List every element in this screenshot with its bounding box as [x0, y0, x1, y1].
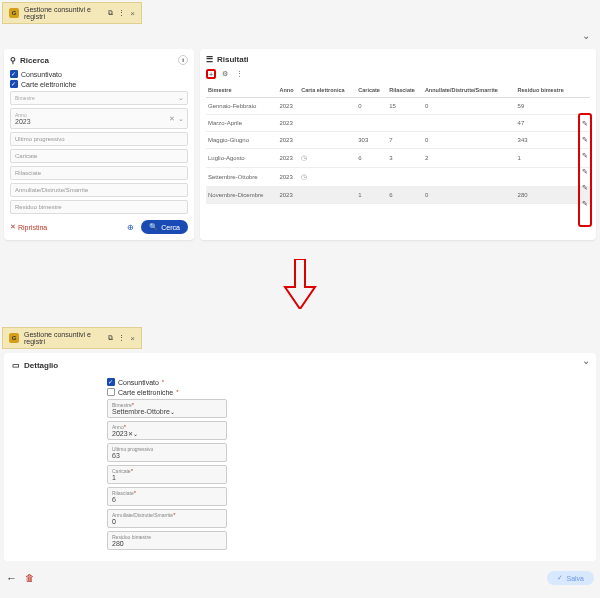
- tab-pop-icon[interactable]: ⧉: [108, 334, 113, 342]
- search-panel: ⚲ Ricerca i Consuntivato Carte elettroni…: [4, 49, 194, 240]
- detail-icon: ▭: [12, 361, 20, 370]
- chk-consuntivato[interactable]: [10, 70, 18, 78]
- results-table: BimestreAnnoCarta elettronicaCaricateRil…: [206, 83, 590, 204]
- settings-icon[interactable]: ⚙: [220, 69, 230, 79]
- detail-panel: ▭ Dettaglio Consuntivato* Carte elettron…: [4, 353, 596, 561]
- chevron-down-icon: ⌄: [178, 115, 184, 123]
- detail-title: Dettaglio: [24, 361, 58, 370]
- tab-pop-icon[interactable]: ⧉: [108, 9, 113, 17]
- reset-button[interactable]: ✕ Ripristina: [10, 223, 47, 231]
- delete-button[interactable]: 🗑: [25, 573, 34, 583]
- edit-column-highlight: ✎ ✎ ✎ ✎ ✎ ✎: [578, 113, 592, 227]
- field-residuo[interactable]: Residuo bimestre: [10, 200, 188, 214]
- tab-title: Gestione consuntivi e registri: [24, 331, 103, 345]
- app-icon: G: [9, 333, 19, 343]
- results-panel: ☰ Risultati + ⚙ ⋮ BimestreAnnoCarta elet…: [200, 49, 596, 240]
- clear-icon: ✕: [169, 115, 175, 123]
- field-rilasciate[interactable]: Rilasciate: [10, 166, 188, 180]
- clock-icon: ◷: [301, 173, 307, 180]
- field-caricate[interactable]: Caricate: [10, 149, 188, 163]
- back-button[interactable]: ←: [6, 572, 17, 584]
- chk-consuntivato[interactable]: [107, 378, 115, 386]
- tab[interactable]: G Gestione consuntivi e registri ⧉ ⋮ ×: [2, 2, 142, 24]
- table-row[interactable]: Settembre-Ottobre2023◷: [206, 168, 590, 187]
- zoom-icon[interactable]: ⊕: [124, 221, 136, 233]
- edit-icon[interactable]: ✎: [581, 180, 589, 196]
- close-icon[interactable]: ×: [130, 334, 135, 343]
- col-header[interactable]: Residuo bimestre: [516, 83, 576, 98]
- chevron-down-icon: ⌄: [170, 409, 175, 415]
- col-header[interactable]: [576, 83, 590, 98]
- filter-icon: ⚲: [10, 56, 16, 65]
- col-header[interactable]: Caricate: [356, 83, 387, 98]
- list-icon: ☰: [206, 55, 213, 64]
- add-button[interactable]: +: [206, 69, 216, 79]
- col-header[interactable]: Carta elettronica: [299, 83, 356, 98]
- edit-icon[interactable]: ✎: [581, 132, 589, 148]
- save-button[interactable]: ✓ Salva: [547, 571, 594, 585]
- edit-icon[interactable]: ✎: [581, 116, 589, 132]
- table-row[interactable]: Marzo-Aprile202347: [206, 115, 590, 132]
- info-icon[interactable]: i: [178, 55, 188, 65]
- tab-more-icon[interactable]: ⋮: [118, 9, 125, 17]
- edit-icon[interactable]: ✎: [581, 196, 589, 212]
- chk-carte[interactable]: [107, 388, 115, 396]
- app-icon: G: [9, 8, 19, 18]
- field-ultimo[interactable]: Ultimo progressivo63: [107, 443, 227, 462]
- col-header[interactable]: Bimestre: [206, 83, 277, 98]
- field-ads[interactable]: Annullate/Distrutte/Smarrite*0: [107, 509, 227, 528]
- col-header[interactable]: Annullate/Distrutte/Smarrite: [423, 83, 516, 98]
- tab-title: Gestione consuntivi e registri: [24, 6, 103, 20]
- tab-more-icon[interactable]: ⋮: [118, 334, 125, 342]
- field-rilasciate[interactable]: Rilasciate*6: [107, 487, 227, 506]
- field-caricate[interactable]: Caricate*1: [107, 465, 227, 484]
- table-row[interactable]: Gennaio-Febbraio2023015059: [206, 98, 590, 115]
- field-bimestre[interactable]: Bimestre⌄: [10, 91, 188, 105]
- search-title: Ricerca: [20, 56, 49, 65]
- collapse-icon[interactable]: ⌄: [582, 30, 590, 41]
- field-anno[interactable]: Anno*2023✕⌄: [107, 421, 227, 440]
- edit-icon[interactable]: ✎: [581, 148, 589, 164]
- tab[interactable]: G Gestione consuntivi e registri ⧉ ⋮ ×: [2, 327, 142, 349]
- table-row[interactable]: Maggio-Giugno202330370343: [206, 132, 590, 149]
- table-row[interactable]: Luglio-Agosto2023◷6321: [206, 149, 590, 168]
- collapse-icon[interactable]: ⌄: [582, 355, 590, 366]
- field-ultimo[interactable]: Ultimo progressivo: [10, 132, 188, 146]
- table-row[interactable]: Novembre-Dicembre2023160280: [206, 187, 590, 204]
- search-button[interactable]: 🔍 Cerca: [141, 220, 188, 234]
- flow-arrow: [0, 244, 600, 325]
- edit-icon[interactable]: ✎: [581, 164, 589, 180]
- chevron-down-icon: ⌄: [178, 94, 184, 102]
- field-bimestre[interactable]: Bimestre*Settembre-Ottobre⌄: [107, 399, 227, 418]
- field-ads[interactable]: Annullate/Distrutte/Smarrite: [10, 183, 188, 197]
- clock-icon: ◷: [301, 154, 307, 161]
- col-header[interactable]: Anno: [277, 83, 299, 98]
- col-header[interactable]: Rilasciate: [387, 83, 423, 98]
- results-title: Risultati: [217, 55, 249, 64]
- chk-carte[interactable]: [10, 80, 18, 88]
- field-residuo[interactable]: Residuo bimestre280: [107, 531, 227, 550]
- field-anno[interactable]: Anno2023✕⌄: [10, 108, 188, 129]
- more-icon[interactable]: ⋮: [234, 69, 244, 79]
- chevron-down-icon: ⌄: [133, 431, 138, 437]
- close-icon[interactable]: ×: [130, 9, 135, 18]
